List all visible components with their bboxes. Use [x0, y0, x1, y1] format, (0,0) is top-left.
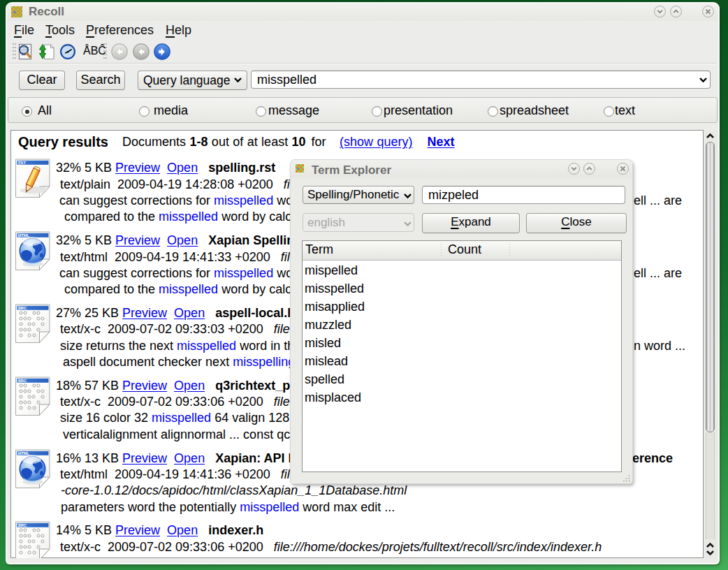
svg-text:HTML: HTML — [18, 233, 30, 238]
svg-text:SRC: SRC — [18, 523, 27, 527]
svg-text:SRC: SRC — [18, 306, 27, 310]
svg-text:TXT: TXT — [18, 161, 26, 165]
svg-text:SRC: SRC — [18, 379, 27, 383]
svg-text:HTML: HTML — [18, 451, 30, 455]
